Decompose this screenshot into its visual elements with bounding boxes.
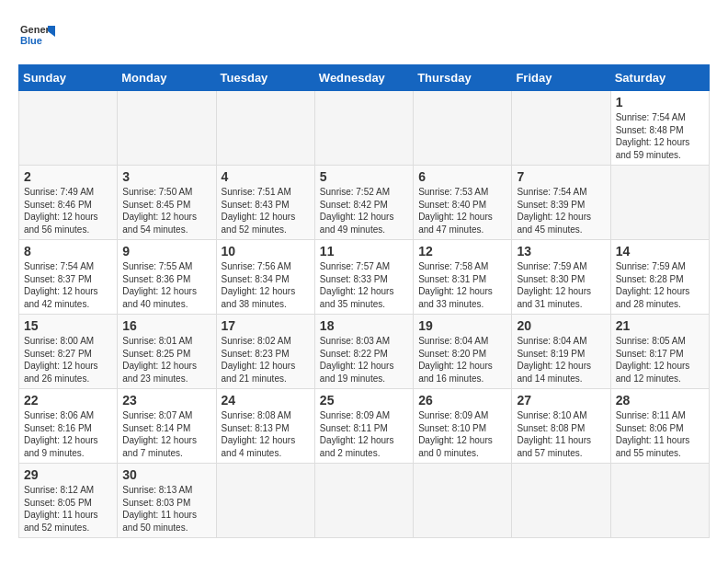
day-info: Sunrise: 7:59 AMSunset: 8:30 PMDaylight:… [517, 260, 605, 310]
day-info: Sunrise: 8:09 AMSunset: 8:11 PMDaylight:… [320, 409, 408, 459]
calendar-cell-5: 5Sunrise: 7:52 AMSunset: 8:42 PMDaylight… [314, 166, 413, 240]
day-info: Sunrise: 7:50 AMSunset: 8:45 PMDaylight:… [122, 186, 210, 236]
day-info: Sunrise: 7:54 AMSunset: 8:39 PMDaylight:… [517, 186, 605, 236]
day-info: Sunrise: 7:56 AMSunset: 8:34 PMDaylight:… [222, 260, 310, 310]
week-row: 2Sunrise: 7:49 AMSunset: 8:46 PMDaylight… [19, 166, 710, 240]
day-num: 17 [222, 318, 310, 333]
day-info: Sunrise: 8:12 AMSunset: 8:05 PMDaylight:… [24, 484, 112, 534]
col-header-thursday: Thursday [414, 65, 512, 91]
svg-text:Blue: Blue [20, 35, 42, 46]
day-num: 10 [222, 244, 310, 259]
calendar-cell-25: 25Sunrise: 8:09 AMSunset: 8:11 PMDayligh… [314, 389, 413, 464]
calendar-cell-4: 4Sunrise: 7:51 AMSunset: 8:43 PMDaylight… [216, 166, 314, 240]
calendar-cell-1: 1Sunrise: 7:54 AMSunset: 8:48 PMDaylight… [610, 91, 709, 166]
empty-cell [610, 166, 709, 240]
day-info: Sunrise: 8:11 AMSunset: 8:06 PMDaylight:… [616, 409, 704, 459]
calendar-cell-24: 24Sunrise: 8:08 AMSunset: 8:13 PMDayligh… [216, 389, 314, 464]
col-header-tuesday: Tuesday [216, 65, 314, 91]
day-num: 24 [222, 393, 310, 408]
day-info: Sunrise: 7:53 AMSunset: 8:40 PMDaylight:… [418, 186, 506, 236]
empty-cell [414, 464, 512, 538]
day-num: 2 [24, 169, 112, 184]
calendar-cell-2: 2Sunrise: 7:49 AMSunset: 8:46 PMDaylight… [19, 166, 118, 240]
day-num: 9 [122, 244, 210, 259]
day-info: Sunrise: 7:49 AMSunset: 8:46 PMDaylight:… [24, 186, 112, 236]
calendar-cell-3: 3Sunrise: 7:50 AMSunset: 8:45 PMDaylight… [118, 166, 216, 240]
calendar-cell-28: 28Sunrise: 8:11 AMSunset: 8:06 PMDayligh… [610, 389, 709, 464]
day-num: 12 [418, 244, 506, 259]
calendar-cell-7: 7Sunrise: 7:54 AMSunset: 8:39 PMDaylight… [512, 166, 610, 240]
calendar-cell-27: 27Sunrise: 8:10 AMSunset: 8:08 PMDayligh… [512, 389, 610, 464]
week-row: 29Sunrise: 8:12 AMSunset: 8:05 PMDayligh… [19, 464, 710, 538]
calendar-cell-21: 21Sunrise: 8:05 AMSunset: 8:17 PMDayligh… [610, 315, 709, 389]
day-info: Sunrise: 7:54 AMSunset: 8:37 PMDaylight:… [24, 260, 112, 310]
empty-cell [512, 464, 610, 538]
day-num: 7 [517, 169, 605, 184]
calendar-header-row: SundayMondayTuesdayWednesdayThursdayFrid… [19, 65, 710, 91]
empty-cell [414, 91, 512, 166]
col-header-saturday: Saturday [610, 65, 709, 91]
calendar-cell-22: 22Sunrise: 8:06 AMSunset: 8:16 PMDayligh… [19, 389, 118, 464]
calendar-cell-19: 19Sunrise: 8:04 AMSunset: 8:20 PMDayligh… [414, 315, 512, 389]
day-num: 23 [122, 393, 210, 408]
empty-cell [314, 91, 413, 166]
week-row: 8Sunrise: 7:54 AMSunset: 8:37 PMDaylight… [19, 240, 710, 315]
calendar-cell-11: 11Sunrise: 7:57 AMSunset: 8:33 PMDayligh… [314, 240, 413, 315]
day-info: Sunrise: 8:05 AMSunset: 8:17 PMDaylight:… [616, 335, 704, 385]
page-header: General Blue [18, 18, 710, 55]
week-row: 22Sunrise: 8:06 AMSunset: 8:16 PMDayligh… [19, 389, 710, 464]
calendar-cell-14: 14Sunrise: 7:59 AMSunset: 8:28 PMDayligh… [610, 240, 709, 315]
day-info: Sunrise: 8:04 AMSunset: 8:19 PMDaylight:… [517, 335, 605, 385]
calendar-cell-10: 10Sunrise: 7:56 AMSunset: 8:34 PMDayligh… [216, 240, 314, 315]
calendar-cell-23: 23Sunrise: 8:07 AMSunset: 8:14 PMDayligh… [118, 389, 216, 464]
day-num: 8 [24, 244, 112, 259]
calendar-cell-8: 8Sunrise: 7:54 AMSunset: 8:37 PMDaylight… [19, 240, 118, 315]
calendar-cell-29: 29Sunrise: 8:12 AMSunset: 8:05 PMDayligh… [19, 464, 118, 538]
calendar-cell-16: 16Sunrise: 8:01 AMSunset: 8:25 PMDayligh… [118, 315, 216, 389]
day-num: 5 [320, 169, 408, 184]
col-header-monday: Monday [118, 65, 216, 91]
day-info: Sunrise: 7:58 AMSunset: 8:31 PMDaylight:… [418, 260, 506, 310]
day-num: 13 [517, 244, 605, 259]
day-info: Sunrise: 8:06 AMSunset: 8:16 PMDaylight:… [24, 409, 112, 459]
day-num: 26 [418, 393, 506, 408]
day-info: Sunrise: 7:57 AMSunset: 8:33 PMDaylight:… [320, 260, 408, 310]
day-info: Sunrise: 8:10 AMSunset: 8:08 PMDaylight:… [517, 409, 605, 459]
day-info: Sunrise: 7:54 AMSunset: 8:48 PMDaylight:… [616, 111, 704, 161]
day-info: Sunrise: 8:09 AMSunset: 8:10 PMDaylight:… [418, 409, 506, 459]
calendar-cell-20: 20Sunrise: 8:04 AMSunset: 8:19 PMDayligh… [512, 315, 610, 389]
empty-cell [512, 91, 610, 166]
calendar-cell-6: 6Sunrise: 7:53 AMSunset: 8:40 PMDaylight… [414, 166, 512, 240]
day-info: Sunrise: 8:04 AMSunset: 8:20 PMDaylight:… [418, 335, 506, 385]
col-header-wednesday: Wednesday [314, 65, 413, 91]
calendar-cell-15: 15Sunrise: 8:00 AMSunset: 8:27 PMDayligh… [19, 315, 118, 389]
day-num: 21 [616, 318, 704, 333]
empty-cell [19, 91, 118, 166]
logo: General Blue [18, 18, 55, 55]
day-num: 22 [24, 393, 112, 408]
day-num: 16 [122, 318, 210, 333]
week-row: 1Sunrise: 7:54 AMSunset: 8:48 PMDaylight… [19, 91, 710, 166]
day-num: 3 [122, 169, 210, 184]
day-num: 30 [122, 467, 210, 482]
day-num: 15 [24, 318, 112, 333]
calendar-cell-17: 17Sunrise: 8:02 AMSunset: 8:23 PMDayligh… [216, 315, 314, 389]
day-info: Sunrise: 8:02 AMSunset: 8:23 PMDaylight:… [222, 335, 310, 385]
col-header-friday: Friday [512, 65, 610, 91]
day-info: Sunrise: 8:07 AMSunset: 8:14 PMDaylight:… [122, 409, 210, 459]
calendar-cell-12: 12Sunrise: 7:58 AMSunset: 8:31 PMDayligh… [414, 240, 512, 315]
day-info: Sunrise: 7:52 AMSunset: 8:42 PMDaylight:… [320, 186, 408, 236]
calendar-cell-30: 30Sunrise: 8:13 AMSunset: 8:03 PMDayligh… [118, 464, 216, 538]
calendar-cell-9: 9Sunrise: 7:55 AMSunset: 8:36 PMDaylight… [118, 240, 216, 315]
calendar-cell-13: 13Sunrise: 7:59 AMSunset: 8:30 PMDayligh… [512, 240, 610, 315]
day-info: Sunrise: 8:08 AMSunset: 8:13 PMDaylight:… [222, 409, 310, 459]
calendar-cell-18: 18Sunrise: 8:03 AMSunset: 8:22 PMDayligh… [314, 315, 413, 389]
day-num: 14 [616, 244, 704, 259]
logo-icon: General Blue [18, 18, 55, 55]
day-info: Sunrise: 8:03 AMSunset: 8:22 PMDaylight:… [320, 335, 408, 385]
day-num: 6 [418, 169, 506, 184]
empty-cell [216, 91, 314, 166]
day-info: Sunrise: 7:51 AMSunset: 8:43 PMDaylight:… [222, 186, 310, 236]
day-info: Sunrise: 8:01 AMSunset: 8:25 PMDaylight:… [122, 335, 210, 385]
day-info: Sunrise: 8:13 AMSunset: 8:03 PMDaylight:… [122, 484, 210, 534]
